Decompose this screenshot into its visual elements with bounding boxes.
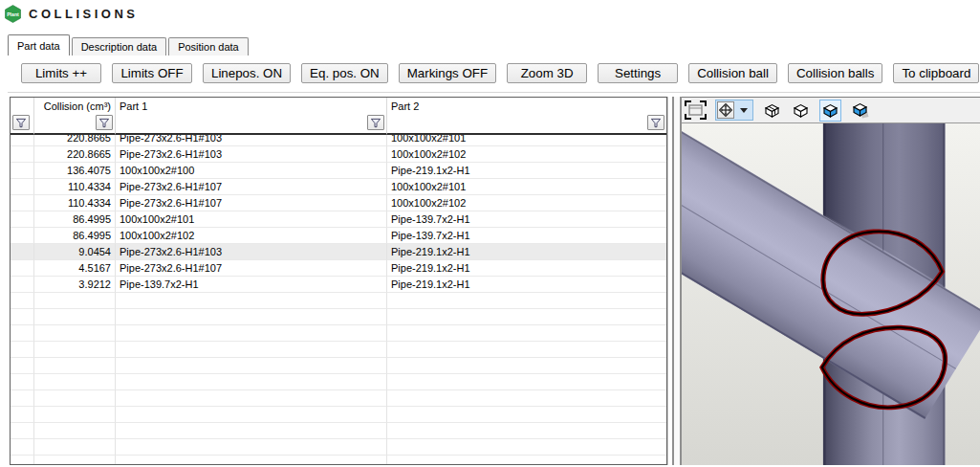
empty-cell [387, 439, 666, 456]
table-row-9-collision[interactable]: 3.9212 [34, 277, 116, 293]
eq-pos-on-button[interactable]: Eq. pos. ON [301, 63, 388, 83]
table-row-6-part1[interactable]: 100x100x2#102 [116, 228, 387, 244]
table-row-2-part1[interactable]: 100x100x2#100 [116, 163, 387, 179]
empty-cell [34, 358, 116, 374]
table-row-8-part1[interactable]: Pipe-273x2.6-H1#107 [116, 260, 387, 277]
tab-strip: Part dataDescription dataPosition data [0, 34, 980, 56]
viewport-3d[interactable] [682, 122, 980, 465]
empty-cell [116, 456, 387, 465]
table-row-2-part2[interactable]: Pipe-219.1x2-H1 [387, 163, 666, 179]
table-row-4-part2[interactable]: 100x100x2#102 [387, 195, 666, 211]
tab-position-data[interactable]: Position data [168, 37, 249, 56]
table-row-7-part2[interactable]: Pipe-219.1x2-H1 [387, 244, 666, 260]
plant-logo-icon: Plant [4, 5, 22, 23]
limits-off-button[interactable]: Limits OFF [112, 63, 192, 83]
view3d-panel [682, 97, 980, 465]
empty-cell [34, 407, 116, 423]
empty-cell [11, 325, 34, 342]
markings-off-button[interactable]: Markings OFF [399, 63, 496, 83]
pan-icon[interactable] [717, 101, 734, 119]
table-row-1-selector[interactable] [11, 146, 34, 163]
empty-cell [387, 325, 666, 342]
collision-ball-button[interactable]: Collision ball [688, 63, 777, 83]
table-row-4-selector[interactable] [11, 195, 34, 211]
table-row-1-part1[interactable]: Pipe-273x2.6-H1#103 [116, 146, 387, 163]
to-clipboard-button[interactable]: To clipboard [893, 63, 979, 83]
table-row-2-selector[interactable] [11, 163, 34, 179]
empty-cell [34, 293, 116, 309]
empty-cell [11, 423, 34, 439]
empty-cell [11, 293, 34, 309]
funnel-icon[interactable] [367, 115, 384, 130]
empty-cell [387, 407, 666, 423]
funnel-icon[interactable] [12, 115, 30, 130]
tab-part-data[interactable]: Part data [8, 34, 70, 56]
table-row-9-part1[interactable]: Pipe-139.7x2-H1 [116, 277, 387, 293]
empty-cell [116, 358, 387, 374]
table-row-9-selector[interactable] [11, 277, 34, 293]
iso-block-outline-icon[interactable] [762, 100, 782, 121]
table-row-6-selector[interactable] [11, 228, 34, 244]
iso-block-solid-selected-icon[interactable] [819, 100, 841, 122]
empty-cell [387, 456, 666, 465]
table-row-8-part2[interactable]: Pipe-219.1x2-H1 [387, 260, 666, 277]
empty-cell [11, 456, 34, 465]
fit-view-icon[interactable] [685, 100, 707, 120]
collision-balls-button[interactable]: Collision balls [788, 63, 883, 83]
collision-table-panel: Collision (cm³) Part 1 Part 2 [10, 97, 672, 465]
empty-cell [11, 342, 34, 358]
table-row-1-part2[interactable]: 100x100x2#102 [387, 146, 666, 163]
table-row-2-collision[interactable]: 136.4075 [34, 163, 116, 179]
settings-button[interactable]: Settings [598, 63, 678, 83]
table-row-4-collision[interactable]: 110.4334 [34, 195, 116, 211]
empty-cell [387, 390, 666, 407]
linepos-on-button[interactable]: Linepos. ON [203, 63, 291, 83]
table-row-5-part2[interactable]: Pipe-139.7x2-H1 [387, 211, 666, 228]
table-row-3-collision[interactable]: 110.4334 [34, 179, 116, 195]
table-row-3-part1[interactable]: Pipe-273x2.6-H1#107 [116, 179, 387, 195]
table-row-5-selector[interactable] [11, 211, 34, 228]
empty-cell [387, 342, 666, 358]
table-row-6-part2[interactable]: Pipe-139.7x2-H1 [387, 228, 666, 244]
table-row-8-collision[interactable]: 4.5167 [34, 260, 116, 277]
table-row-5-collision[interactable]: 86.4995 [34, 211, 116, 228]
main-toolbar: Limits ++Limits OFFLinepos. ONEq. pos. O… [0, 56, 980, 91]
empty-cell [116, 293, 387, 309]
table-row-7-part1[interactable]: Pipe-273x2.6-H1#103 [116, 244, 387, 260]
dropdown-arrow-icon[interactable] [740, 108, 748, 113]
empty-cell [11, 407, 34, 423]
table-row-3-part2[interactable]: 100x100x2#101 [387, 179, 666, 195]
title-bar: Plant COLLISIONS [0, 0, 980, 25]
funnel-icon[interactable] [96, 115, 113, 130]
empty-cell [11, 439, 34, 456]
filter-cell-part2 [387, 114, 666, 135]
table-row-7-selector[interactable] [11, 244, 34, 260]
table-row-5-part1[interactable]: 100x100x2#101 [116, 211, 387, 228]
iso-block-solid-icon[interactable] [850, 100, 872, 121]
empty-cell [116, 309, 387, 325]
empty-cell [116, 423, 387, 439]
iso-block-outline-2-icon[interactable] [791, 100, 811, 121]
table-row-6-collision[interactable]: 86.4995 [34, 228, 116, 244]
table-row-3-selector[interactable] [11, 179, 34, 195]
zoom-3d-button[interactable]: Zoom 3D [507, 63, 587, 83]
table-row-8-selector[interactable] [11, 260, 34, 277]
empty-cell [34, 423, 116, 439]
empty-cell [116, 407, 387, 423]
empty-cell [11, 374, 34, 390]
empty-cell [387, 293, 666, 309]
pan-split-button[interactable] [715, 100, 753, 121]
table-row-9-part2[interactable]: Pipe-219.1x2-H1 [387, 277, 666, 293]
table-row-7-collision[interactable]: 9.0454 [34, 244, 116, 260]
collision-table: Collision (cm³) Part 1 Part 2 [10, 97, 667, 465]
limits--button[interactable]: Limits ++ [21, 63, 101, 83]
toolbar-separator [8, 92, 980, 93]
tab-description-data[interactable]: Description data [72, 37, 167, 56]
empty-cell [34, 342, 116, 358]
svg-text:Plant: Plant [7, 11, 19, 16]
table-row-1-collision[interactable]: 220.8665 [34, 146, 116, 163]
funnel-icon[interactable] [647, 115, 664, 130]
table-row-4-part1[interactable]: Pipe-273x2.6-H1#107 [116, 195, 387, 211]
empty-cell [116, 342, 387, 358]
panel-splitter[interactable] [672, 97, 682, 465]
